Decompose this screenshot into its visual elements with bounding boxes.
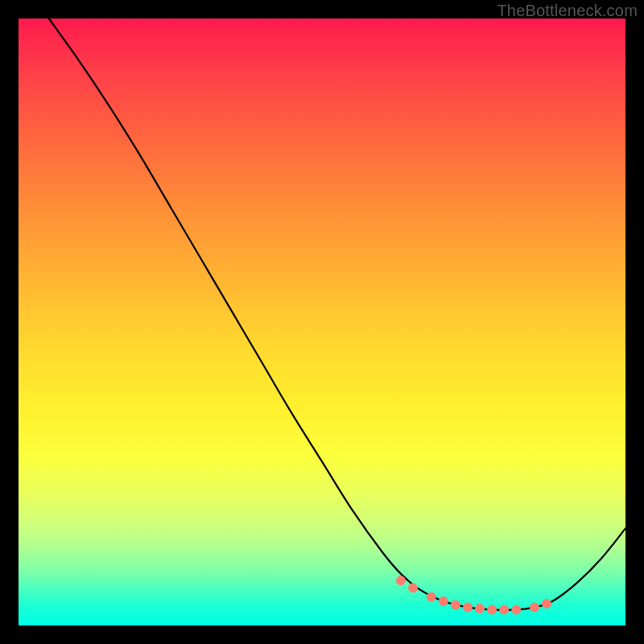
marker-dot [512, 605, 521, 614]
marker-dot [427, 592, 436, 601]
marker-dot [464, 603, 473, 612]
watermark-text: TheBottleneck.com [497, 2, 638, 20]
marker-dot [409, 584, 418, 592]
bottleneck-curve [49, 19, 625, 610]
marker-dot [500, 605, 509, 614]
marker-dot [488, 605, 497, 614]
marker-dot [397, 576, 406, 585]
marker-dot [439, 597, 448, 605]
marker-dot [476, 604, 485, 613]
marker-dot [543, 599, 551, 608]
bottleneck-curve-svg [19, 19, 625, 625]
marker-dot [530, 603, 539, 612]
marker-dot [451, 601, 460, 609]
chart-area [19, 19, 625, 625]
